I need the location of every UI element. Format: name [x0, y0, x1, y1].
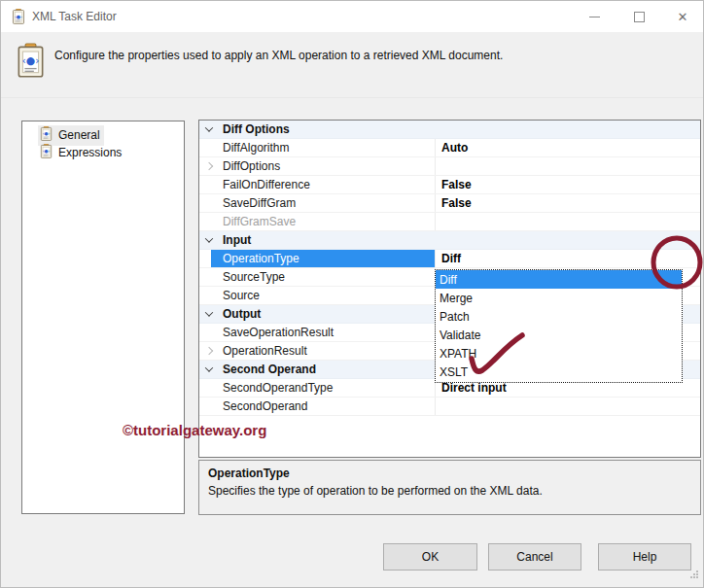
property-help-panel: OperationType Specifies the type of oper… [198, 460, 701, 515]
row-gutter [199, 268, 219, 286]
minimize-icon [589, 17, 600, 17]
header-strip: Configure the properties used to apply a… [1, 32, 704, 98]
grid-row-diff-options[interactable]: Diff Options [199, 121, 700, 139]
app-icon [11, 9, 26, 28]
property-value: False [435, 176, 700, 193]
dropdown-option-xpath[interactable]: XPATH [436, 344, 682, 363]
property-value-text: Diff [441, 252, 461, 265]
help-button[interactable]: Help [598, 543, 691, 571]
row-gutter [199, 398, 219, 415]
dropdown-option-diff[interactable]: Diff [436, 270, 682, 289]
xml-task-icon [18, 43, 44, 83]
collapse-chevron-icon[interactable] [199, 305, 219, 323]
property-value: Diff [435, 250, 700, 267]
ok-button[interactable]: OK [383, 543, 477, 571]
property-value [435, 121, 700, 138]
property-value: Auto [435, 139, 700, 156]
sidebar-item-general[interactable]: General [22, 126, 184, 144]
help-property-description: Specifies the type of operation to be pe… [208, 484, 691, 498]
property-label: DiffAlgorithm [219, 139, 435, 156]
pages-tree: GeneralExpressions [21, 121, 185, 514]
property-value [435, 398, 700, 415]
xml-task-editor-window: { "window": { "title": "XML Task Editor"… [0, 0, 704, 588]
help-property-name: OperationType [208, 467, 691, 480]
minimize-button[interactable] [581, 5, 607, 28]
property-label: DiffGramSave [219, 213, 435, 230]
property-value-text: False [441, 178, 472, 191]
property-label: FailOnDifference [219, 176, 435, 193]
property-value-text: Direct input [441, 381, 507, 395]
expand-chevron-icon[interactable] [199, 342, 219, 360]
grid-row-savediffgram[interactable]: SaveDiffGramFalse [199, 194, 700, 213]
watermark-text: ©tutorialgateway.org [123, 422, 266, 438]
grid-row-input[interactable]: Input [199, 231, 700, 250]
row-gutter [199, 194, 219, 212]
collapse-chevron-icon[interactable] [199, 231, 219, 249]
property-label: SaveOperationResult [219, 324, 435, 341]
window-title: XML Task Editor [32, 10, 117, 23]
operation-type-dropdown-list: DiffMergePatchValidateXPATHXSLT [435, 269, 683, 383]
property-value: False [435, 194, 700, 212]
row-gutter [199, 213, 219, 230]
tree-item-content: Expressions [38, 143, 125, 163]
title-bar: XML Task Editor ✕ [1, 1, 704, 32]
property-label: Input [219, 231, 435, 249]
sidebar-item-expressions[interactable]: Expressions [22, 144, 184, 161]
resize-grip[interactable] [689, 566, 699, 583]
close-icon: ✕ [678, 11, 688, 23]
property-label: Source [219, 287, 435, 304]
row-gutter [199, 379, 219, 397]
dialog-description: Configure the properties used to apply a… [54, 49, 677, 62]
property-label: Second Operand [219, 361, 435, 378]
dropdown-option-xslt[interactable]: XSLT [436, 363, 682, 381]
grid-row-failondifference[interactable]: FailOnDifferenceFalse [199, 176, 700, 194]
property-label: SecondOperandType [219, 379, 435, 397]
row-gutter [199, 324, 219, 341]
tree-item-label: General [58, 128, 100, 142]
property-value-text: False [441, 196, 472, 210]
property-label: OperationType [219, 250, 435, 267]
collapse-chevron-icon[interactable] [199, 361, 219, 378]
property-label: Diff Options [219, 121, 435, 138]
property-value [435, 213, 700, 230]
row-gutter [199, 139, 219, 156]
page-icon [39, 144, 53, 162]
dropdown-option-merge[interactable]: Merge [436, 289, 682, 307]
property-label: Output [219, 305, 435, 323]
maximize-icon [634, 12, 645, 22]
expand-chevron-icon[interactable] [199, 157, 219, 175]
property-label: OperationResult [219, 342, 435, 360]
dropdown-option-validate[interactable]: Validate [436, 326, 682, 344]
property-label: SecondOperand [219, 398, 435, 415]
property-label: SaveDiffGram [219, 194, 435, 212]
grid-row-secondoperand[interactable]: SecondOperand [199, 398, 700, 416]
grid-row-diffoptions[interactable]: DiffOptions [199, 157, 700, 176]
property-label: DiffOptions [219, 157, 435, 175]
dropdown-option-patch[interactable]: Patch [436, 307, 682, 326]
maximize-button[interactable] [626, 5, 651, 28]
property-value [435, 157, 700, 175]
grid-row-diffgramsave[interactable]: DiffGramSave [199, 213, 700, 231]
grid-row-operationtype[interactable]: OperationTypeDiff [199, 250, 700, 268]
collapse-chevron-icon[interactable] [199, 121, 219, 138]
close-button[interactable]: ✕ [670, 5, 695, 28]
grid-row-diffalgorithm[interactable]: DiffAlgorithmAuto [199, 139, 700, 157]
property-value [435, 231, 700, 249]
cancel-button[interactable]: Cancel [488, 543, 581, 571]
tree-item-label: Expressions [58, 146, 122, 159]
property-label: SourceType [219, 268, 435, 286]
row-gutter [199, 176, 219, 193]
property-value-text: Auto [441, 141, 468, 155]
row-gutter [199, 287, 219, 304]
